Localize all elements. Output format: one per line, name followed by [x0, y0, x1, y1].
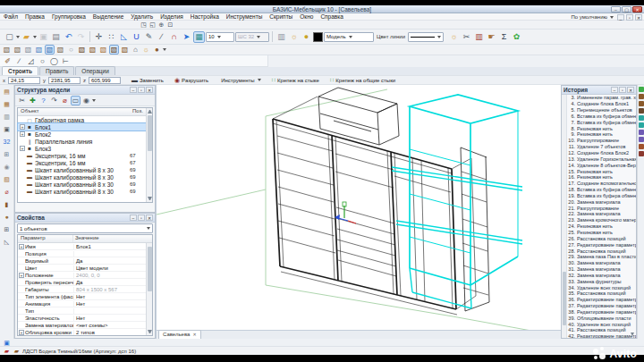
material-sphere-icon[interactable]: ●: [152, 45, 162, 55]
selection-count-select[interactable]: 1 объектов: [17, 223, 153, 233]
expander-icon[interactable]: +: [20, 124, 25, 130]
table-row[interactable]: ▬ Шкант калиброванный 8 х 30 69: [18, 181, 146, 188]
history-item[interactable]: 33. Замена фурнитуры: [567, 278, 636, 284]
expander-icon[interactable]: [19, 287, 24, 292]
history-item[interactable]: 7. Вставка из буфера обмена: [567, 119, 636, 125]
sum-icon[interactable]: Σ: [498, 31, 510, 43]
expander-icon[interactable]: +: [19, 330, 24, 335]
help-icon[interactable]: ?: [38, 96, 48, 105]
mode-tab[interactable]: Править: [39, 66, 74, 75]
panel-close-button[interactable]: ✕: [627, 87, 634, 93]
angle-icon[interactable]: ◺: [2, 237, 12, 247]
profile-selector[interactable]: По умолчанию: [569, 14, 615, 20]
menu-item[interactable]: Файл: [0, 13, 21, 21]
panel-maximize-button[interactable]: ▫: [619, 87, 626, 93]
table-row[interactable]: ▬ Эксцентрик, 16 мм 67: [18, 159, 146, 166]
menu-item[interactable]: Настройка: [187, 13, 223, 21]
joint-fastener-button[interactable]: ∷ Крепеж на стыке: [269, 77, 322, 84]
barrel-icon[interactable]: ▮: [2, 199, 12, 209]
panel-block-icon-2[interactable]: ▧: [88, 45, 97, 55]
column-header-param[interactable]: Параметр: [18, 235, 73, 242]
table-row[interactable]: ▬ Шкант калиброванный 8 х 30 69: [18, 173, 146, 181]
minimize-button[interactable]: –: [611, 6, 621, 13]
line-color-swatch[interactable]: [313, 32, 323, 42]
table-row[interactable]: ∥ Параллельная линия: [18, 138, 146, 145]
line-icon[interactable]: ∕: [14, 56, 24, 66]
material-swatch-9[interactable]: [639, 144, 644, 149]
undo-icon[interactable]: ↶: [63, 31, 74, 43]
current-material-label[interactable]: ЛДСП Бодега Темный/16мм (Артикул: дсп 16…: [22, 349, 136, 354]
material-swatch-2[interactable]: [639, 94, 644, 99]
expander-icon[interactable]: +: [19, 273, 24, 278]
pan-icon[interactable]: ⊡: [166, 21, 174, 29]
material-swatch-5[interactable]: [639, 115, 644, 121]
block-structure-icon[interactable]: ▧: [45, 45, 55, 55]
history-item[interactable]: 39. Облицовывание пласти: [567, 315, 636, 321]
history-item[interactable]: 26. Расстановка позиций: [567, 235, 636, 241]
panel-icon[interactable]: ▥: [2, 112, 12, 122]
history-item[interactable]: 36. Редактирование параметров: [567, 297, 636, 303]
table-row[interactable]: ▬ Эксцентрик, 16 мм 67: [18, 152, 146, 159]
y-input[interactable]: 2381,95: [48, 77, 80, 84]
home-icon[interactable]: ⌂: [131, 45, 140, 55]
texture-icon[interactable]: ▦: [2, 99, 12, 109]
refresh-icon[interactable]: ○: [66, 45, 76, 55]
table-row[interactable]: + ■ Блок1: [18, 123, 146, 130]
save-icon[interactable]: ▣: [38, 31, 49, 43]
material-swatch-6[interactable]: [639, 122, 644, 128]
history-item[interactable]: 25. Резиновая нить: [567, 230, 636, 236]
history-item[interactable]: 41. Расстановка позиций: [567, 327, 636, 333]
history-item[interactable]: 3. Изменение парам. грав. ходов: [567, 95, 636, 101]
model-viewport[interactable]: Савельева ✕: [156, 85, 561, 339]
expander-icon[interactable]: [20, 153, 25, 158]
panel-maximize-button[interactable]: ▫: [138, 87, 145, 93]
mode-tab[interactable]: Строить: [2, 66, 38, 75]
open-folder-icon[interactable]: ▰: [21, 31, 32, 43]
history-item[interactable]: 5. Перемещение объектов: [567, 107, 636, 114]
table-icon[interactable]: ⊞: [2, 149, 12, 159]
expander-icon[interactable]: [20, 189, 25, 194]
wireframe-drawing[interactable]: [157, 85, 562, 330]
property-row[interactable]: Замена материалов <нет схемы>: [18, 322, 146, 329]
expander-icon[interactable]: [19, 316, 24, 321]
ball-icon[interactable]: ●: [2, 212, 12, 222]
history-item[interactable]: 18. Вставка из буфера обмена: [567, 187, 636, 193]
create-block-icon[interactable]: ▧: [2, 45, 12, 55]
table-row[interactable]: + ■ Блок3: [18, 145, 146, 152]
history-item[interactable]: 8. Резиновая нить: [567, 125, 636, 131]
z-input[interactable]: 605,999: [89, 77, 121, 84]
history-item[interactable]: 9. Резиновая нить: [567, 131, 636, 138]
maximize-button[interactable]: ▢: [622, 6, 631, 13]
close-icon[interactable]: ✕: [192, 332, 196, 338]
history-item[interactable]: 32. Замена материала: [567, 272, 636, 278]
scroll-thumb[interactable]: [148, 247, 152, 291]
protractor-icon[interactable]: ◺: [118, 31, 130, 43]
circle-icon[interactable]: ○: [38, 56, 47, 66]
menu-item[interactable]: Скрипты: [266, 13, 296, 21]
polyline-icon[interactable]: ∕: [156, 31, 167, 43]
line-style-select[interactable]: [408, 32, 444, 42]
destroy-button[interactable]: ◉ Разрушить: [172, 77, 211, 84]
property-row[interactable]: Позиция: [18, 250, 146, 257]
history-item[interactable]: 34. Удаление всех позиций: [567, 284, 636, 290]
child-close-button[interactable]: ✕: [635, 14, 642, 21]
expander-icon[interactable]: [20, 181, 25, 187]
panel-close-button[interactable]: ✕: [146, 87, 153, 93]
expander-icon[interactable]: [19, 301, 24, 307]
menu-item[interactable]: Правка: [21, 13, 48, 21]
lamp-icon[interactable]: ☼: [448, 31, 460, 43]
chevron-down-icon[interactable]: [33, 36, 37, 38]
history-item[interactable]: 30. Замена материала: [567, 260, 636, 266]
property-row[interactable]: Анимация Нет: [18, 300, 146, 307]
cabinet-icon[interactable]: ▧: [2, 174, 12, 184]
fasteners-icon[interactable]: ✛: [93, 31, 105, 43]
child-restore-button[interactable]: ▫: [626, 14, 633, 21]
table-row[interactable]: ▢ Габаритная рамка: [18, 116, 146, 123]
history-item[interactable]: 10. Разгруппирование: [567, 138, 636, 144]
panel-minimize-button[interactable]: –: [130, 215, 137, 221]
history-item[interactable]: 29. Замена паза Паз в пласти Ф: [567, 254, 636, 260]
expander-icon[interactable]: [19, 251, 24, 257]
history-item[interactable]: 35. Расстановка позиций: [567, 290, 636, 297]
cut-icon[interactable]: ✂: [17, 96, 27, 105]
history-item[interactable]: 40. Удаление всех позиций: [567, 321, 636, 327]
